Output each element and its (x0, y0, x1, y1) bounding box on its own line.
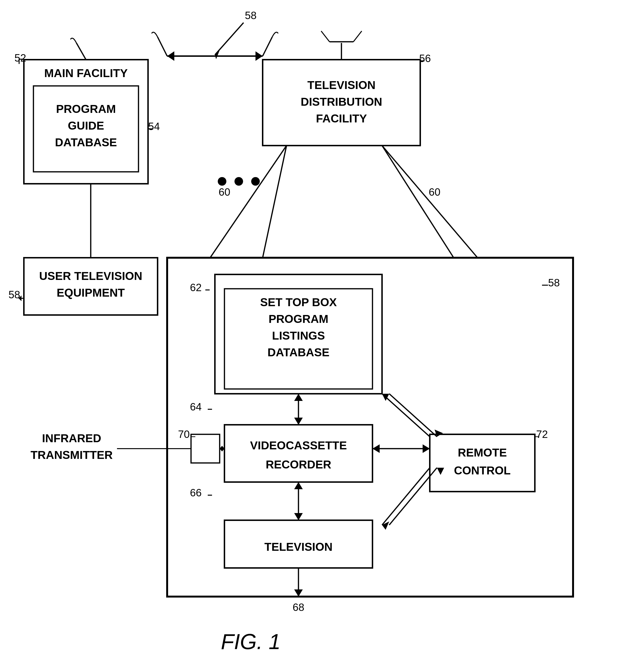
remote-control-box (430, 434, 535, 492)
svg-marker-23 (423, 444, 430, 453)
ref-62: 62 (190, 281, 202, 293)
svg-marker-29 (382, 521, 389, 530)
svg-line-24 (382, 394, 430, 437)
vcr-label-1: VIDEOCASSETTE (250, 439, 347, 452)
ir-transmitter-box (191, 434, 220, 463)
ref-54: 54 (148, 121, 160, 132)
ref-56: 56 (419, 52, 431, 64)
ref-66: 66 (190, 487, 202, 499)
svg-marker-31 (437, 468, 444, 475)
ref-72: 72 (536, 428, 548, 440)
svg-marker-2 (167, 51, 174, 61)
dot-3 (251, 177, 260, 186)
stb-label-1: SET TOP BOX (260, 296, 337, 309)
fig-caption: FIG. 1 (221, 630, 281, 654)
svg-marker-33 (294, 589, 303, 597)
svg-marker-13 (294, 418, 303, 425)
program-guide-label-2: GUIDE (68, 119, 104, 132)
tv-dist-label-2: DISTRIBUTION (301, 96, 382, 108)
vcr-label-2: RECORDER (266, 458, 332, 471)
program-guide-label-3: DATABASE (55, 136, 117, 149)
line-60-right (382, 145, 454, 258)
diagram: 58 MAIN FACILITY PROGRAM GUIDE DATABASE … (0, 0, 638, 672)
tv-label: TELEVISION (264, 540, 332, 553)
ref-52: 52 (15, 52, 26, 64)
stb-label-4: DATABASE (267, 346, 330, 359)
svg-marker-19 (294, 482, 303, 489)
ref-58-left: 58 (9, 289, 20, 300)
home-system-box (167, 258, 573, 597)
stb-label-2: PROGRAM (269, 313, 329, 325)
ir-label-1: INFRARED (42, 432, 101, 445)
svg-line-4 (157, 37, 167, 56)
rc-label-2: CONTROL (454, 464, 510, 477)
svg-line-9 (353, 31, 362, 42)
vcr-box (224, 425, 372, 482)
ref-60-left: 60 (219, 186, 231, 198)
rc-label-1: REMOTE (458, 446, 507, 459)
tv-dist-label-3: FACILITY (316, 112, 367, 125)
user-tv-label-1: USER TELEVISION (39, 270, 142, 282)
program-guide-label-1: PROGRAM (56, 103, 116, 115)
svg-line-0 (215, 23, 244, 55)
svg-line-28 (382, 468, 430, 525)
ref-58-right: 58 (548, 277, 560, 289)
svg-marker-3 (255, 51, 263, 61)
ref-64: 64 (190, 401, 202, 413)
ref-70: 70 (178, 428, 190, 440)
dot-1 (218, 177, 226, 186)
stb-label-3: LISTINGS (272, 329, 325, 342)
svg-marker-22 (372, 444, 380, 453)
ref-68: 68 (293, 601, 304, 613)
main-facility-label: MAIN FACILITY (44, 67, 128, 80)
svg-marker-12 (294, 394, 303, 401)
svg-line-8 (321, 31, 330, 42)
svg-marker-20 (294, 513, 303, 520)
ref-60-right: 60 (429, 186, 440, 198)
svg-line-26 (389, 394, 437, 437)
ir-label-2: TRANSMITTER (31, 449, 113, 461)
svg-line-35 (382, 145, 477, 258)
svg-line-30 (389, 468, 437, 525)
svg-line-5 (263, 37, 272, 56)
tv-dist-label-1: TELEVISION (307, 79, 375, 91)
dot-2 (234, 177, 243, 186)
ref-58-top: 58 (245, 10, 257, 21)
user-tv-label-2: EQUIPMENT (56, 286, 124, 299)
